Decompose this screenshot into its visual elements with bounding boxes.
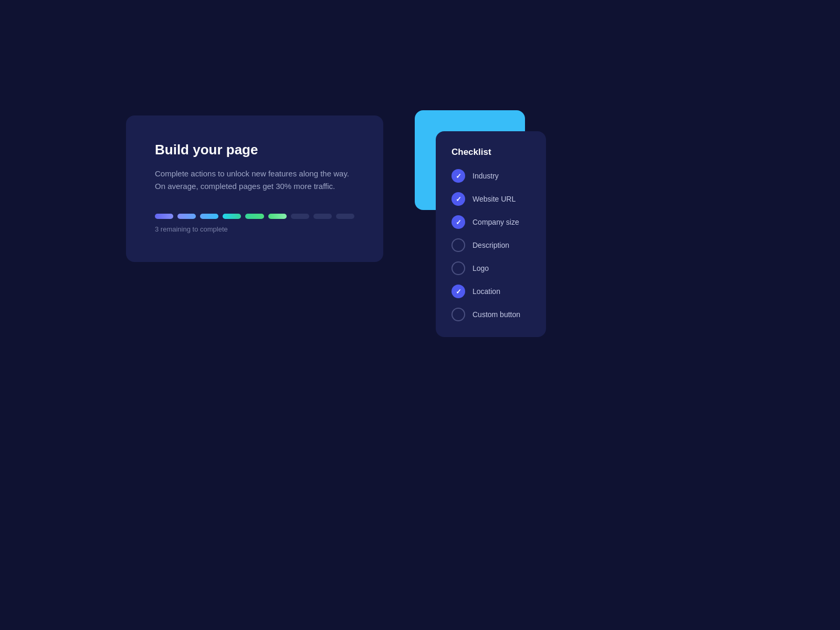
checklist-label-industry: Industry <box>472 172 499 180</box>
card-description: Complete actions to unlock new features … <box>155 167 354 193</box>
checklist-item-description[interactable]: Description <box>452 238 530 252</box>
checklist-card: Checklist ✓ Industry ✓ Website URL <box>436 131 546 337</box>
left-card: Build your page Complete actions to unlo… <box>126 116 383 262</box>
progress-segment-7 <box>291 214 309 219</box>
checkmark-icon-website-url: ✓ <box>456 195 461 203</box>
progress-bar <box>155 214 354 219</box>
checkmark-icon-location: ✓ <box>456 288 461 296</box>
check-circle-industry: ✓ <box>452 169 465 183</box>
checklist-title: Checklist <box>452 147 530 158</box>
progress-label: 3 remaining to complete <box>155 225 354 233</box>
right-side: Checklist ✓ Industry ✓ Website URL <box>425 116 530 337</box>
card-title: Build your page <box>155 142 354 158</box>
progress-segment-8 <box>313 214 332 219</box>
checklist-items: ✓ Industry ✓ Website URL ✓ Company size <box>452 169 530 321</box>
checklist-item-industry[interactable]: ✓ Industry <box>452 169 530 183</box>
progress-segment-6 <box>268 214 287 219</box>
progress-segment-9 <box>336 214 354 219</box>
checklist-item-logo[interactable]: Logo <box>452 261 530 275</box>
check-circle-logo <box>452 261 465 275</box>
checklist-item-company-size[interactable]: ✓ Company size <box>452 215 530 229</box>
check-circle-company-size: ✓ <box>452 215 465 229</box>
checklist-item-location[interactable]: ✓ Location <box>452 285 530 298</box>
checklist-label-company-size: Company size <box>472 218 519 226</box>
checklist-label-custom-button: Custom button <box>472 310 520 319</box>
check-circle-location: ✓ <box>452 285 465 298</box>
check-circle-website-url: ✓ <box>452 192 465 206</box>
checklist-label-description: Description <box>472 241 509 249</box>
checklist-label-location: Location <box>472 287 500 296</box>
progress-segment-4 <box>223 214 241 219</box>
progress-segment-1 <box>155 214 173 219</box>
checklist-item-website-url[interactable]: ✓ Website URL <box>452 192 530 206</box>
check-circle-custom-button <box>452 308 465 321</box>
progress-segment-2 <box>177 214 196 219</box>
checklist-label-website-url: Website URL <box>472 195 516 203</box>
main-container: Build your page Complete actions to unlo… <box>126 116 530 337</box>
checkmark-icon-industry: ✓ <box>456 172 461 180</box>
progress-segment-5 <box>245 214 264 219</box>
progress-segment-3 <box>200 214 218 219</box>
checklist-item-custom-button[interactable]: Custom button <box>452 308 530 321</box>
checkmark-icon-company-size: ✓ <box>456 218 461 226</box>
checklist-label-logo: Logo <box>472 264 489 272</box>
check-circle-description <box>452 238 465 252</box>
